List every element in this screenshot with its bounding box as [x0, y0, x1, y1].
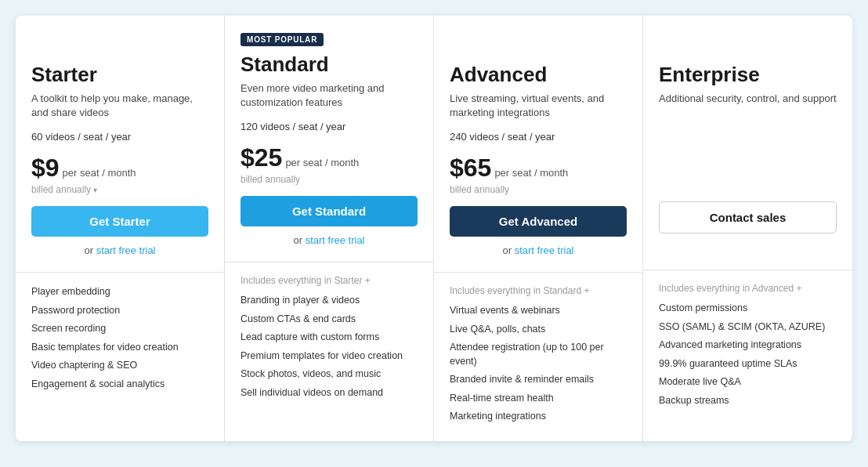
free-trial-or-text: or: [84, 244, 96, 256]
feature-item: Marketing integrations: [450, 410, 627, 424]
feature-item: Custom permissions: [659, 302, 837, 316]
feature-item: Branded invite & reminder emails: [450, 373, 627, 387]
plan-videos-placeholder: [659, 131, 837, 145]
feature-item: Live Q&A, polls, chats: [450, 323, 627, 337]
price-amount: $25: [241, 143, 282, 172]
free-trial-link-advanced[interactable]: start free trial: [515, 244, 574, 256]
cta-button-starter[interactable]: Get Starter: [31, 206, 208, 237]
billed-annually-text: billed annually: [450, 184, 509, 195]
plan-name-standard: Standard: [241, 52, 418, 77]
feature-item: Password protection: [31, 304, 208, 318]
plan-name-advanced: Advanced: [450, 63, 627, 87]
plan-top-enterprise: EnterpriseAdditional security, control, …: [643, 16, 852, 270]
free-trial-or-text: or: [293, 234, 305, 246]
plan-name-starter: Starter: [31, 63, 208, 87]
cta-button-advanced[interactable]: Get Advanced: [450, 206, 627, 237]
features-header-enterprise: Includes everything in Advanced +: [659, 283, 837, 294]
plan-top-standard: MOST POPULARStandardEven more video mark…: [225, 16, 433, 262]
plan-bottom-standard: Includes everything in Starter +Branding…: [225, 262, 433, 441]
most-popular-badge: MOST POPULAR: [241, 33, 324, 46]
feature-item: Branding in player & videos: [241, 294, 418, 308]
billed-annually-text: billed annually: [31, 184, 91, 195]
plan-price-standard: $25 per seat / month: [241, 143, 418, 172]
feature-item: 99.9% guaranteed uptime SLAs: [659, 357, 837, 371]
plan-bottom-advanced: Includes everything in Standard +Virtual…: [434, 273, 642, 441]
plan-card-standard: MOST POPULARStandardEven more video mark…: [225, 16, 434, 441]
feature-item: Video chaptering & SEO: [31, 359, 208, 373]
plan-card-advanced: AdvancedLive streaming, virtual events, …: [434, 16, 643, 441]
plan-name-enterprise: Enterprise: [659, 63, 837, 87]
badge-placeholder: [31, 31, 208, 63]
free-trial-link-standard[interactable]: start free trial: [306, 234, 365, 246]
plan-bottom-starter: Player embeddingPassword protectionScree…: [16, 273, 224, 441]
billed-annually-advanced: billed annually: [450, 184, 627, 195]
plan-videos-starter: 60 videos / seat / year: [31, 131, 208, 143]
billed-annually-starter[interactable]: billed annually ▾: [31, 184, 208, 195]
plan-desc-standard: Even more video marketing and customizat…: [241, 81, 418, 111]
price-placeholder: [659, 156, 837, 201]
free-trial-row-advanced: or start free trial: [450, 244, 627, 256]
feature-item: Basic templates for video creation: [31, 341, 208, 355]
feature-item: Custom CTAs & end cards: [241, 313, 418, 327]
price-amount: $65: [450, 154, 491, 183]
feature-item: Premium templates for video creation: [241, 349, 418, 364]
free-trial-row-standard: or start free trial: [241, 234, 418, 246]
cta-button-enterprise[interactable]: Contact sales: [659, 201, 837, 233]
plan-desc-starter: A toolkit to help you make, manage, and …: [31, 92, 208, 121]
feature-item: Engagement & social analytics: [31, 378, 208, 392]
feature-item: Attendee registration (up to 100 per eve…: [450, 341, 627, 368]
feature-item: Player embedding: [31, 285, 208, 299]
plan-desc-advanced: Live streaming, virtual events, and mark…: [450, 92, 627, 121]
plan-desc-enterprise: Additional security, control, and suppor…: [659, 92, 837, 121]
plan-videos-advanced: 240 videos / seat / year: [450, 131, 627, 143]
badge-placeholder: [450, 31, 627, 63]
plan-price-advanced: $65 per seat / month: [450, 154, 627, 183]
feature-item: Advanced marketing integrations: [659, 338, 837, 353]
price-period: per seat / month: [494, 167, 568, 179]
plan-bottom-enterprise: Includes everything in Advanced +Custom …: [643, 270, 852, 441]
plan-top-starter: StarterA toolkit to help you make, manag…: [16, 16, 224, 273]
billed-annually-standard: billed annually: [241, 174, 418, 185]
feature-item: Sell individual videos on demand: [241, 386, 418, 400]
feature-item: SSO (SAML) & SCIM (OKTA, AZURE): [659, 320, 837, 335]
chevron-down-icon: ▾: [93, 186, 97, 194]
feature-item: Real-time stream health: [450, 392, 627, 406]
free-trial-row-starter: or start free trial: [31, 244, 208, 256]
free-trial-link-starter[interactable]: start free trial: [96, 244, 156, 256]
feature-item: Stock photos, videos, and music: [241, 367, 418, 382]
price-amount: $9: [31, 154, 60, 183]
pricing-grid: StarterA toolkit to help you make, manag…: [16, 16, 852, 441]
feature-item: Moderate live Q&A: [659, 375, 837, 389]
features-header-standard: Includes everything in Starter +: [241, 275, 418, 286]
free-trial-or-text: or: [502, 244, 514, 256]
feature-item: Backup streams: [659, 394, 837, 408]
badge-placeholder: [659, 31, 837, 63]
plan-videos-standard: 120 videos / seat / year: [241, 121, 418, 132]
free-trial-placeholder: [659, 241, 837, 257]
price-period: per seat / month: [63, 167, 136, 179]
feature-item: Virtual events & webinars: [450, 304, 627, 318]
feature-item: Screen recording: [31, 322, 208, 336]
plan-card-starter: StarterA toolkit to help you make, manag…: [16, 16, 225, 441]
plan-top-advanced: AdvancedLive streaming, virtual events, …: [434, 16, 642, 273]
billed-annually-text: billed annually: [241, 174, 300, 185]
plan-card-enterprise: EnterpriseAdditional security, control, …: [643, 16, 852, 441]
features-header-advanced: Includes everything in Standard +: [450, 285, 627, 296]
price-period: per seat / month: [285, 157, 359, 168]
plan-price-starter: $9 per seat / month: [31, 154, 208, 183]
cta-button-standard[interactable]: Get Standard: [241, 196, 418, 226]
feature-item: Lead capture with custom forms: [241, 331, 418, 345]
